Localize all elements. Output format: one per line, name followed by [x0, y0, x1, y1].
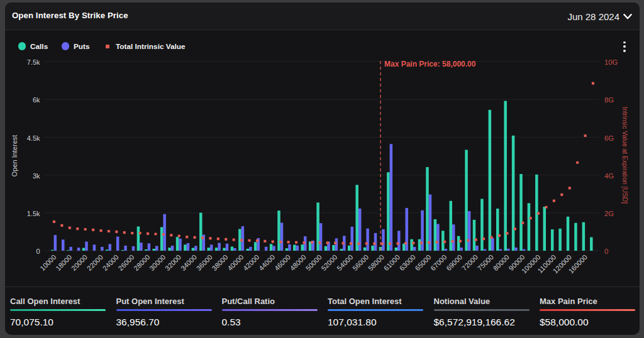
- svg-text:24000: 24000: [101, 253, 120, 272]
- svg-text:65000: 65000: [413, 253, 432, 272]
- svg-text:10G: 10G: [604, 58, 618, 66]
- svg-text:22000: 22000: [86, 253, 104, 272]
- svg-text:20000: 20000: [70, 253, 89, 272]
- svg-text:Max Pain Price: 58,000.00: Max Pain Price: 58,000.00: [384, 60, 476, 68]
- svg-text:34000: 34000: [179, 253, 198, 272]
- svg-text:1.5k: 1.5k: [27, 210, 40, 217]
- svg-text:30000: 30000: [148, 253, 167, 272]
- svg-text:8G: 8G: [604, 96, 614, 104]
- svg-text:18000: 18000: [54, 253, 73, 272]
- svg-text:48000: 48000: [289, 253, 308, 272]
- svg-text:0: 0: [36, 248, 40, 255]
- svg-text:67000: 67000: [429, 253, 448, 272]
- svg-text:58000: 58000: [367, 253, 386, 272]
- svg-text:54000: 54000: [335, 253, 354, 272]
- svg-text:52000: 52000: [319, 253, 338, 272]
- svg-text:36000: 36000: [195, 253, 214, 272]
- svg-text:72000: 72000: [460, 253, 479, 272]
- svg-text:6G: 6G: [604, 134, 614, 142]
- svg-text:Intrinsic Value at Expiration: Intrinsic Value at Expiration [USD]: [621, 107, 628, 204]
- svg-text:75000: 75000: [476, 253, 495, 272]
- svg-text:56000: 56000: [351, 253, 370, 272]
- svg-text:40000: 40000: [226, 253, 245, 272]
- svg-text:4G: 4G: [604, 172, 614, 180]
- svg-text:61000: 61000: [382, 253, 401, 272]
- svg-text:80000: 80000: [492, 253, 511, 272]
- svg-text:32000: 32000: [164, 253, 182, 272]
- svg-text:28000: 28000: [132, 253, 151, 272]
- svg-text:10000: 10000: [38, 253, 57, 272]
- svg-text:46000: 46000: [273, 253, 292, 272]
- svg-text:0: 0: [604, 248, 608, 255]
- svg-text:26000: 26000: [116, 253, 135, 272]
- svg-text:50000: 50000: [304, 253, 323, 272]
- svg-text:38000: 38000: [210, 253, 229, 272]
- svg-text:7.5k: 7.5k: [27, 58, 40, 66]
- svg-text:Open Interest: Open Interest: [11, 135, 18, 177]
- svg-text:6k: 6k: [33, 96, 40, 104]
- svg-text:2G: 2G: [604, 210, 614, 217]
- svg-text:42000: 42000: [242, 253, 260, 272]
- svg-text:4.5k: 4.5k: [27, 134, 40, 142]
- svg-text:63000: 63000: [398, 253, 417, 272]
- svg-text:44000: 44000: [257, 253, 276, 272]
- svg-text:3k: 3k: [33, 172, 40, 180]
- svg-text:69000: 69000: [445, 253, 464, 272]
